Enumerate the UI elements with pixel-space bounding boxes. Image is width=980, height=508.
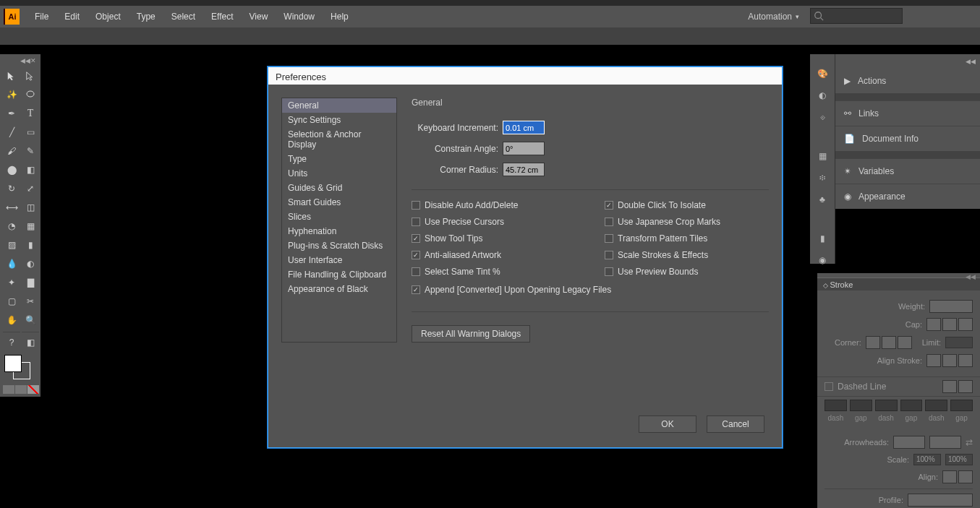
- zoom-tool[interactable]: 🔍: [22, 311, 39, 329]
- gap-3[interactable]: [950, 400, 973, 411]
- category-slices[interactable]: Slices: [282, 210, 396, 224]
- magic-wand-tool[interactable]: ✨: [3, 86, 20, 103]
- pen-tool[interactable]: ✒: [3, 105, 20, 122]
- eyedropper-tool[interactable]: 💧: [3, 255, 20, 272]
- cancel-button[interactable]: Cancel: [707, 416, 764, 433]
- right-checkbox-0[interactable]: Double Click To Isolate: [605, 200, 769, 210]
- gradient-panel-icon[interactable]: ▮: [820, 233, 825, 244]
- cap-proj[interactable]: [958, 318, 973, 331]
- limit-input[interactable]: [945, 337, 973, 348]
- right-checkbox-3[interactable]: Scale Strokes & Effects: [605, 250, 769, 260]
- panel-links[interactable]: ⚯Links: [835, 100, 980, 126]
- type-tool[interactable]: T: [22, 105, 39, 122]
- paintbrush-tool[interactable]: 🖌: [3, 142, 20, 160]
- align-center[interactable]: [926, 354, 941, 367]
- direct-selection-tool[interactable]: [22, 67, 39, 85]
- artboard-tool[interactable]: ▢: [3, 293, 20, 310]
- cap-round[interactable]: [942, 318, 957, 331]
- width-tool[interactable]: ⟷: [3, 199, 20, 216]
- category-plug-ins-scratch-disks[interactable]: Plug-ins & Scratch Disks: [282, 238, 396, 253]
- category-guides-grid[interactable]: Guides & Grid: [282, 181, 396, 195]
- scale-b[interactable]: 100%: [945, 454, 973, 465]
- free-transform-tool[interactable]: ◫: [22, 199, 39, 216]
- align-a[interactable]: [942, 470, 957, 483]
- right-checkbox-2[interactable]: Transform Pattern Tiles: [605, 233, 769, 244]
- panel-document-info[interactable]: 📄Document Info: [835, 126, 980, 151]
- dash-preserve[interactable]: [942, 380, 957, 393]
- right-checkbox-4[interactable]: Use Preview Bounds: [605, 267, 769, 277]
- append-converted-checkbox[interactable]: Append [Converted] Upon Opening Legacy F…: [412, 285, 769, 295]
- gradient-mode[interactable]: [15, 385, 27, 394]
- right-checkbox-1[interactable]: Use Japanese Crop Marks: [605, 217, 769, 227]
- search-input[interactable]: [810, 8, 903, 24]
- eraser-tool[interactable]: ◧: [22, 161, 39, 178]
- dash-2[interactable]: [875, 400, 898, 411]
- fill-stroke-swatch[interactable]: [3, 355, 38, 379]
- corner-radius-input[interactable]: [503, 163, 545, 176]
- swatches-panel-icon[interactable]: ◐: [819, 90, 826, 100]
- swap-icon[interactable]: ⇄: [966, 437, 973, 447]
- dash-1[interactable]: [825, 400, 847, 411]
- panel-appearance[interactable]: ◉Appearance: [835, 184, 980, 209]
- hand-tool[interactable]: ✋: [3, 311, 20, 329]
- scale-tool[interactable]: ⤢: [22, 180, 39, 197]
- rectangle-tool[interactable]: ▭: [22, 124, 39, 141]
- symbols-panel-icon[interactable]: ▦: [819, 151, 827, 161]
- weight-input[interactable]: [929, 300, 973, 313]
- stroke-panel-icon[interactable]: ⟐: [820, 112, 825, 122]
- profile-select[interactable]: [908, 494, 973, 507]
- menu-effect[interactable]: Effect: [203, 12, 241, 22]
- blob-brush-tool[interactable]: ⬤: [3, 161, 20, 178]
- category-hyphenation[interactable]: Hyphenation: [282, 224, 396, 238]
- help-button[interactable]: ?: [3, 332, 20, 350]
- gap-1[interactable]: [850, 400, 872, 411]
- rotate-tool[interactable]: ↻: [3, 180, 20, 197]
- gap-2[interactable]: [900, 400, 923, 411]
- menu-file[interactable]: File: [27, 12, 56, 22]
- align-inside[interactable]: [942, 354, 957, 367]
- menu-window[interactable]: Window: [276, 12, 323, 22]
- align-outside[interactable]: [958, 354, 973, 367]
- category-file-handling-clipboard[interactable]: File Handling & Clipboard: [282, 267, 396, 282]
- corner-bevel[interactable]: [898, 336, 912, 349]
- mesh-tool[interactable]: ▨: [3, 236, 20, 254]
- color-panel-icon[interactable]: 🎨: [817, 69, 828, 79]
- stroke-tab[interactable]: Stroke: [823, 280, 853, 289]
- lasso-tool[interactable]: [22, 86, 39, 103]
- shape-builder-tool[interactable]: ◔: [3, 218, 20, 235]
- category-sync-settings[interactable]: Sync Settings: [282, 113, 396, 127]
- brushes-panel-icon[interactable]: ፨: [819, 173, 825, 183]
- left-checkbox-4[interactable]: Select Same Tint %: [412, 267, 576, 277]
- category-general[interactable]: General: [282, 98, 396, 113]
- menu-help[interactable]: Help: [323, 12, 357, 22]
- slice-tool[interactable]: ✂: [22, 293, 39, 310]
- gradient-tool[interactable]: ▮: [22, 236, 39, 254]
- color-mode[interactable]: [3, 385, 14, 394]
- left-checkbox-1[interactable]: Use Precise Cursors: [412, 217, 576, 227]
- toggle-tool[interactable]: ◧: [22, 332, 39, 350]
- perspective-tool[interactable]: ▦: [22, 218, 39, 235]
- panel-actions[interactable]: ▶Actions: [835, 69, 980, 93]
- pencil-tool[interactable]: ✎: [22, 142, 39, 160]
- line-tool[interactable]: ╱: [3, 124, 20, 141]
- dashed-checkbox[interactable]: [825, 382, 833, 391]
- category-appearance-of-black[interactable]: Appearance of Black: [282, 282, 396, 296]
- automation-menu[interactable]: Automation: [741, 6, 806, 27]
- constrain-angle-input[interactable]: [503, 142, 545, 155]
- category-user-interface[interactable]: User Interface: [282, 253, 396, 267]
- arrow-start[interactable]: [893, 436, 925, 449]
- panel-variables[interactable]: ✴Variables: [835, 158, 980, 184]
- graphic-styles-icon[interactable]: ♣: [819, 194, 825, 205]
- appearance-panel-icon[interactable]: ◉: [819, 255, 826, 265]
- blend-tool[interactable]: ◐: [22, 255, 39, 272]
- category-units[interactable]: Units: [282, 166, 396, 181]
- menu-type[interactable]: Type: [129, 12, 163, 22]
- selection-tool[interactable]: [3, 67, 20, 85]
- menu-edit[interactable]: Edit: [56, 12, 88, 22]
- dash-align[interactable]: [958, 380, 973, 393]
- align-b[interactable]: [958, 470, 973, 483]
- category-smart-guides[interactable]: Smart Guides: [282, 195, 396, 210]
- menu-view[interactable]: View: [242, 12, 276, 22]
- left-checkbox-3[interactable]: Anti-aliased Artwork: [412, 250, 576, 260]
- arrow-end[interactable]: [929, 436, 961, 449]
